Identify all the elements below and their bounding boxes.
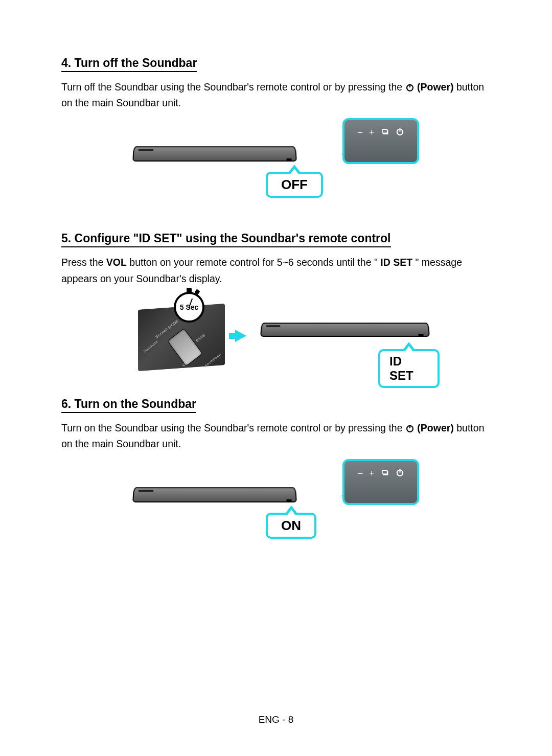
- plus-icon: +: [369, 468, 375, 479]
- power-label: (Power): [417, 422, 454, 433]
- power-label: (Power): [417, 81, 454, 93]
- step-5-text-b: button on your remote control for 5~6 se…: [129, 257, 378, 268]
- idset-label-bubble: ID SET: [378, 349, 440, 388]
- minus-icon: −: [357, 127, 363, 138]
- arrow-right-icon: [235, 330, 246, 342]
- step-4-text: Turn off the Soundbar using the Soundbar…: [61, 79, 491, 111]
- diagram-idset: Surround SOUND MODE BASS VOL SOUNDBAR 5 …: [112, 294, 440, 376]
- step-4-heading: 4. Turn off the Soundbar: [61, 56, 197, 72]
- step-4-text-a: Turn off the Soundbar using the Soundbar…: [61, 81, 405, 93]
- idset-label-inline: ID SET: [380, 257, 412, 268]
- soundbar-body: [132, 147, 297, 162]
- step-5: 5. Configure "ID SET" using the Soundbar…: [61, 232, 491, 375]
- power-icon: [405, 81, 417, 93]
- step-5-text: Press the VOL button on your remote cont…: [61, 255, 491, 286]
- diagram-soundbar-off: − + OFF: [133, 118, 419, 210]
- power-icon: [396, 127, 404, 139]
- step-5-heading: 5. Configure "ID SET" using the Soundbar…: [61, 232, 391, 247]
- step-6: 6. Turn on the Soundbar Turn on the Soun…: [61, 397, 491, 551]
- step-4: 4. Turn off the Soundbar Turn off the So…: [61, 56, 491, 210]
- power-icon: [396, 468, 404, 479]
- soundbar-body: [260, 323, 430, 337]
- step-6-text: Turn on the Soundbar using the Soundbar'…: [61, 420, 491, 452]
- step-6-text-a: Turn on the Soundbar using the Soundbar'…: [61, 422, 405, 433]
- off-label-bubble: OFF: [266, 172, 323, 198]
- step-5-text-a: Press the: [61, 257, 106, 268]
- minus-icon: −: [357, 468, 363, 479]
- power-icon: [405, 422, 417, 433]
- control-panel: − +: [342, 118, 419, 164]
- control-panel: − +: [342, 459, 419, 505]
- svg-rect-7: [382, 470, 387, 474]
- step-6-heading: 6. Turn on the Soundbar: [61, 397, 196, 413]
- svg-rect-2: [382, 130, 387, 133]
- stopwatch-icon: 5 Sec: [174, 292, 204, 323]
- source-icon: [381, 468, 389, 479]
- diagram-soundbar-on: − + ON: [133, 459, 419, 551]
- page-number: ENG - 8: [0, 714, 552, 725]
- source-icon: [381, 127, 389, 139]
- on-label-bubble: ON: [266, 513, 316, 539]
- soundbar-body: [132, 487, 297, 502]
- vol-label: VOL: [106, 257, 127, 268]
- plus-icon: +: [369, 127, 375, 138]
